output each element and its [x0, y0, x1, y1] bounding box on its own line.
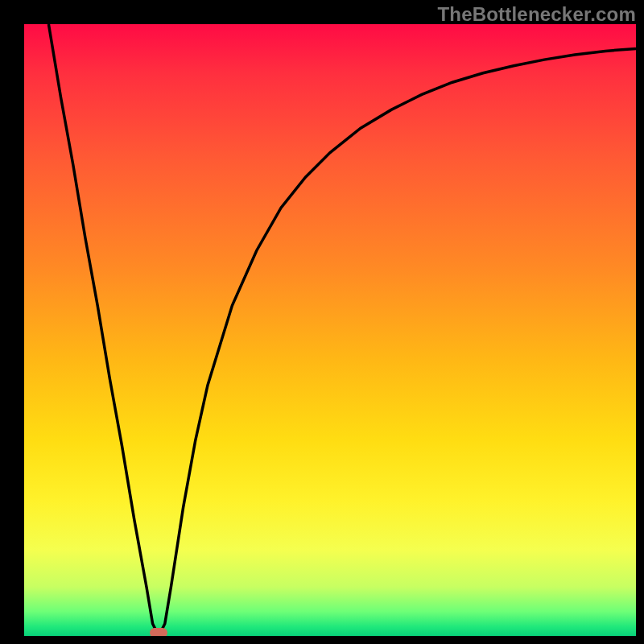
plot-area — [24, 24, 636, 636]
bottleneck-curve — [24, 24, 636, 636]
curve-path — [48, 24, 636, 636]
chart-frame: TheBottlenecker.com — [0, 0, 644, 644]
watermark-text: TheBottlenecker.com — [437, 3, 636, 26]
optimal-point-marker — [150, 628, 167, 636]
